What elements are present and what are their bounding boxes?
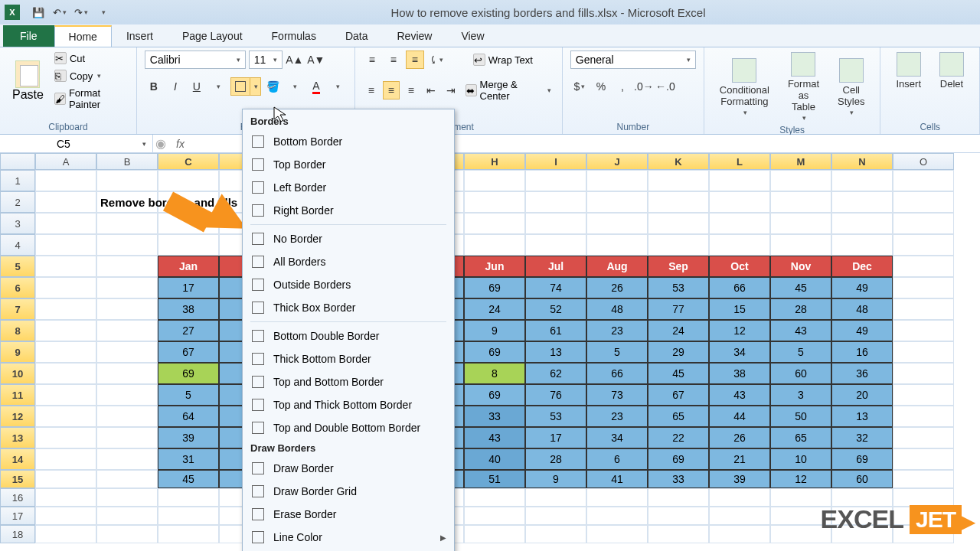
cell[interactable]: 5	[586, 341, 648, 363]
decrease-indent-icon[interactable]: ⇤	[423, 81, 439, 99]
row-header[interactable]: 1	[0, 170, 35, 191]
cell[interactable]: 23	[586, 406, 648, 427]
row-header[interactable]: 7	[0, 298, 35, 320]
cell[interactable]: 12	[709, 320, 770, 341]
col-header[interactable]: N	[831, 153, 893, 170]
cell[interactable]: 49	[831, 320, 893, 341]
cell[interactable]: 53	[648, 277, 709, 298]
cell[interactable]: 17	[525, 427, 586, 448]
menu-item-all-borders[interactable]: All Borders	[244, 250, 452, 273]
cell[interactable]: 6	[586, 448, 648, 470]
undo-icon[interactable]: ↶▾	[51, 4, 69, 21]
cell[interactable]	[770, 234, 831, 256]
cell[interactable]: 49	[831, 277, 893, 298]
menu-item-thick-bottom-border[interactable]: Thick Bottom Border	[244, 347, 452, 370]
paste-button[interactable]: Paste	[8, 59, 48, 103]
align-center-icon[interactable]: ≡	[383, 81, 400, 99]
menu-item-line-color[interactable]: Line Color▶	[244, 526, 452, 549]
cell[interactable]: 43	[464, 427, 525, 448]
cell[interactable]	[96, 213, 158, 234]
cell[interactable]	[464, 213, 525, 234]
cell[interactable]	[893, 406, 954, 427]
cell[interactable]	[586, 213, 648, 234]
cell[interactable]	[648, 488, 709, 507]
cell[interactable]	[893, 191, 954, 213]
cell[interactable]: 60	[831, 470, 893, 488]
number-format-select[interactable]: General▾	[570, 51, 696, 69]
format-painter-button[interactable]: 🖌Format Painter	[51, 86, 129, 112]
cell[interactable]	[158, 488, 219, 507]
tab-formulas[interactable]: Formulas	[257, 25, 331, 47]
row-header[interactable]: 5	[0, 256, 35, 277]
cell[interactable]	[709, 488, 770, 507]
cell[interactable]: 43	[770, 320, 831, 341]
col-header[interactable]: B	[96, 153, 158, 170]
cell[interactable]: 69	[158, 363, 219, 384]
cell[interactable]	[586, 507, 648, 525]
cell[interactable]	[525, 213, 586, 234]
cell[interactable]: 51	[464, 470, 525, 488]
cell[interactable]	[96, 363, 158, 384]
cell[interactable]	[35, 488, 96, 507]
cell[interactable]: 52	[525, 298, 586, 320]
cell[interactable]	[35, 191, 96, 213]
cell[interactable]	[770, 170, 831, 191]
cell[interactable]	[586, 191, 648, 213]
cell[interactable]	[770, 213, 831, 234]
menu-item-bottom-double-border[interactable]: Bottom Double Border	[244, 324, 452, 347]
cell[interactable]: 77	[648, 298, 709, 320]
cell[interactable]	[96, 488, 158, 507]
font-size-select[interactable]: 11▾	[249, 51, 283, 69]
font-color-button[interactable]: A	[307, 77, 325, 96]
cell[interactable]: 12	[770, 470, 831, 488]
cell[interactable]	[770, 191, 831, 213]
cell[interactable]	[35, 470, 96, 488]
cell[interactable]	[525, 525, 586, 543]
cell[interactable]: 13	[525, 341, 586, 363]
cell[interactable]: 36	[831, 363, 893, 384]
increase-decimal-icon[interactable]: .0→	[635, 77, 653, 96]
name-box[interactable]: C5▾	[0, 135, 153, 152]
select-all-corner[interactable]	[0, 153, 35, 170]
borders-dropdown-arrow[interactable]: ▾	[250, 78, 260, 95]
cell[interactable]: 38	[158, 298, 219, 320]
cell[interactable]	[96, 256, 158, 277]
cell[interactable]: Jan	[158, 256, 219, 277]
cell[interactable]	[158, 507, 219, 525]
cell[interactable]: 65	[770, 427, 831, 448]
cell[interactable]: 45	[158, 470, 219, 488]
menu-item-no-border[interactable]: No Border	[244, 227, 452, 250]
conditional-formatting-button[interactable]: Conditional Formatting▾	[712, 57, 777, 118]
cell[interactable]: 3	[770, 384, 831, 406]
cell[interactable]: Aug	[586, 256, 648, 277]
cell[interactable]: Dec	[831, 256, 893, 277]
cell[interactable]	[96, 277, 158, 298]
cell[interactable]	[35, 170, 96, 191]
cell[interactable]	[96, 525, 158, 543]
align-left-icon[interactable]: ≡	[363, 81, 380, 99]
cell[interactable]	[158, 234, 219, 256]
col-header[interactable]: H	[464, 153, 525, 170]
cell[interactable]: 16	[831, 341, 893, 363]
cell[interactable]	[893, 384, 954, 406]
bold-button[interactable]: B	[145, 77, 163, 96]
row-header[interactable]: 4	[0, 234, 35, 256]
cell[interactable]	[648, 191, 709, 213]
cell[interactable]	[96, 234, 158, 256]
cell[interactable]	[709, 234, 770, 256]
cell[interactable]	[35, 406, 96, 427]
cell[interactable]	[893, 298, 954, 320]
cell[interactable]	[893, 341, 954, 363]
cell[interactable]	[586, 170, 648, 191]
row-header[interactable]: 2	[0, 191, 35, 213]
underline-drop[interactable]: ▾	[209, 77, 227, 96]
cell[interactable]	[831, 234, 893, 256]
save-icon[interactable]: 💾	[29, 4, 47, 21]
menu-item-thick-box-border[interactable]: Thick Box Border	[244, 296, 452, 319]
cell[interactable]: 10	[770, 448, 831, 470]
cell[interactable]: 21	[709, 448, 770, 470]
align-right-icon[interactable]: ≡	[403, 81, 420, 99]
cell[interactable]	[893, 448, 954, 470]
cell[interactable]: 48	[586, 298, 648, 320]
cell[interactable]: 69	[648, 448, 709, 470]
